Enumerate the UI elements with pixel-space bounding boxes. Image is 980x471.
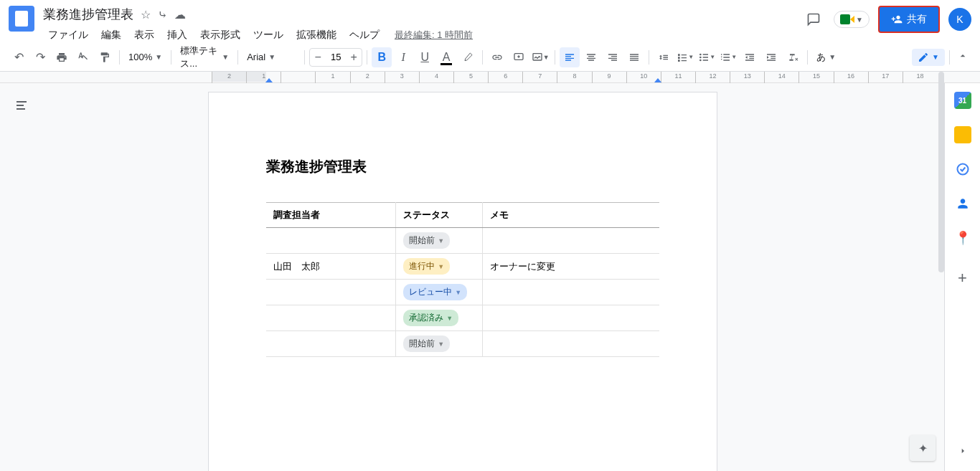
align-center-button[interactable] <box>581 47 601 67</box>
maps-icon[interactable] <box>954 229 971 247</box>
menu-file[interactable]: ファイル <box>43 26 93 44</box>
vertical-scrollbar[interactable] <box>938 72 944 272</box>
cell-memo[interactable] <box>482 228 659 254</box>
comment-history-icon[interactable] <box>802 8 825 31</box>
collapse-toolbar-button[interactable] <box>954 47 971 67</box>
header-status[interactable]: ステータス <box>396 203 483 228</box>
last-edit-link[interactable]: 最終編集: 1 時間前 <box>395 29 473 42</box>
menu-view[interactable]: 表示 <box>129 26 159 44</box>
outline-toggle-icon[interactable] <box>13 97 30 115</box>
svg-point-3 <box>699 56 702 58</box>
cell-memo[interactable] <box>482 280 659 305</box>
table-row[interactable]: 承認済み▼ <box>266 305 659 331</box>
cloud-status-icon[interactable]: ☁ <box>174 8 186 22</box>
status-chip[interactable]: 進行中▼ <box>403 258 450 275</box>
hide-sidepanel-icon[interactable] <box>957 445 969 471</box>
calendar-icon[interactable]: 31 <box>954 92 971 109</box>
ime-select[interactable]: あ▼ <box>812 48 840 67</box>
font-size-decrease[interactable]: − <box>310 49 326 66</box>
tasks-icon[interactable] <box>954 161 971 178</box>
menu-help[interactable]: ヘルプ <box>344 26 385 44</box>
align-justify-button[interactable] <box>624 47 644 67</box>
numbered-list-button[interactable]: ▼ <box>718 47 738 67</box>
line-spacing-button[interactable] <box>654 47 674 67</box>
table-row[interactable]: 山田 太郎進行中▼オーナーに変更 <box>266 254 659 280</box>
header-person[interactable]: 調査担当者 <box>266 203 396 228</box>
status-chip[interactable]: レビュー中▼ <box>403 284 467 300</box>
menu-extensions[interactable]: 拡張機能 <box>291 26 341 44</box>
cell-person[interactable] <box>266 305 396 331</box>
table-row[interactable]: レビュー中▼ <box>266 280 659 305</box>
checklist-button[interactable]: ▼ <box>675 47 695 67</box>
meet-button[interactable]: ▼ <box>834 11 870 28</box>
table-row[interactable]: 開始前▼ <box>266 331 659 357</box>
underline-button[interactable]: U <box>415 47 435 67</box>
cell-person[interactable] <box>266 280 396 305</box>
table-header-row: 調査担当者 ステータス メモ <box>266 203 659 228</box>
svg-point-4 <box>699 59 702 61</box>
header-memo[interactable]: メモ <box>482 203 659 228</box>
paint-format-button[interactable] <box>95 47 115 67</box>
page[interactable]: 業務進捗管理表 調査担当者 ステータス メモ 開始前▼山田 太郎進行中▼オーナー… <box>208 92 717 471</box>
document-area[interactable]: 業務進捗管理表 調査担当者 ステータス メモ 開始前▼山田 太郎進行中▼オーナー… <box>43 83 944 471</box>
cell-person[interactable] <box>266 228 396 254</box>
insert-comment-button[interactable] <box>509 47 529 67</box>
ruler[interactable]: 21 123 456 789 101112 131415 161718 <box>0 72 980 83</box>
cell-memo[interactable] <box>482 305 659 331</box>
align-left-button[interactable] <box>560 47 580 67</box>
font-select[interactable]: Arial▼ <box>242 49 300 65</box>
document-title[interactable]: 業務進捗管理表 <box>43 6 133 23</box>
addons-icon[interactable]: + <box>954 270 971 287</box>
menu-edit[interactable]: 編集 <box>96 26 126 44</box>
insert-link-button[interactable] <box>487 47 507 67</box>
contacts-icon[interactable] <box>954 195 971 212</box>
cell-status[interactable]: 承認済み▼ <box>396 305 483 331</box>
workspace: 業務進捗管理表 調査担当者 ステータス メモ 開始前▼山田 太郎進行中▼オーナー… <box>0 83 980 471</box>
document-heading[interactable]: 業務進捗管理表 <box>266 157 659 176</box>
menu-tools[interactable]: ツール <box>248 26 288 44</box>
print-button[interactable] <box>52 47 72 67</box>
cell-memo[interactable] <box>482 331 659 357</box>
cell-status[interactable]: 進行中▼ <box>396 254 483 280</box>
progress-table[interactable]: 調査担当者 ステータス メモ 開始前▼山田 太郎進行中▼オーナーに変更レビュー中… <box>266 202 659 357</box>
docs-home-icon[interactable] <box>9 6 34 32</box>
text-color-button[interactable]: A <box>436 47 456 67</box>
cell-status[interactable]: レビュー中▼ <box>396 280 483 305</box>
insert-image-button[interactable]: ▼ <box>530 47 550 67</box>
clear-formatting-button[interactable] <box>783 47 803 67</box>
star-icon[interactable]: ☆ <box>141 8 151 22</box>
bold-button[interactable]: B <box>372 47 392 67</box>
explore-button[interactable]: ✦ <box>910 435 936 461</box>
title-block: 業務進捗管理表 ☆ ⤷ ☁ ファイル 編集 表示 挿入 表示形式 ツール 拡張機… <box>43 6 802 44</box>
zoom-select[interactable]: 100%▼ <box>124 49 166 65</box>
indent-decrease-button[interactable] <box>740 47 760 67</box>
cell-status[interactable]: 開始前▼ <box>396 331 483 357</box>
cell-memo[interactable]: オーナーに変更 <box>482 254 659 280</box>
highlight-button[interactable] <box>458 47 478 67</box>
align-right-button[interactable] <box>603 47 623 67</box>
cell-status[interactable]: 開始前▼ <box>396 228 483 254</box>
move-icon[interactable]: ⤷ <box>158 8 167 22</box>
font-size-increase[interactable]: + <box>346 49 362 66</box>
style-select[interactable]: 標準テキス...▼ <box>176 42 233 73</box>
spellcheck-button[interactable] <box>73 47 93 67</box>
outline-rail <box>0 83 43 471</box>
bulleted-list-button[interactable]: ▼ <box>697 47 717 67</box>
editing-mode-button[interactable]: ▼ <box>912 49 945 66</box>
status-chip[interactable]: 開始前▼ <box>403 336 450 352</box>
keep-icon[interactable] <box>954 126 971 143</box>
cell-person[interactable]: 山田 太郎 <box>266 254 396 280</box>
status-chip[interactable]: 承認済み▼ <box>403 310 458 326</box>
share-button[interactable]: 共有 <box>878 6 940 33</box>
indent-increase-button[interactable] <box>761 47 781 67</box>
undo-button[interactable]: ↶ <box>9 47 29 67</box>
table-row[interactable]: 開始前▼ <box>266 228 659 254</box>
cell-person[interactable] <box>266 331 396 357</box>
italic-button[interactable]: I <box>393 47 413 67</box>
chevron-down-icon: ▼ <box>438 341 444 348</box>
font-size-value[interactable]: 15 <box>326 52 346 62</box>
redo-button[interactable]: ↷ <box>30 47 50 67</box>
account-avatar[interactable]: K <box>948 8 971 31</box>
chevron-down-icon: ▼ <box>438 237 444 244</box>
status-chip[interactable]: 開始前▼ <box>403 232 450 249</box>
